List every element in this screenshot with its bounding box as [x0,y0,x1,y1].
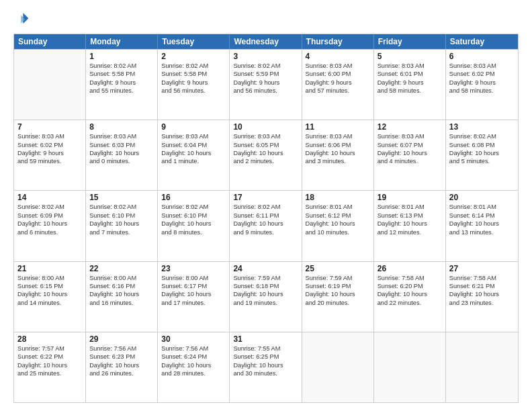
cell-info-line: Sunset: 6:16 PM [89,282,154,290]
cell-info-line: and 5 minutes. [449,157,515,165]
day-number: 18 [306,193,370,202]
cell-info-line: Sunset: 6:15 PM [17,282,82,290]
day-number: 20 [449,193,515,202]
cell-info-line: Sunrise: 7:56 AM [89,345,154,353]
cal-cell-day-12: 12Sunrise: 8:03 AMSunset: 6:07 PMDayligh… [374,120,446,190]
cal-cell-day-26: 26Sunrise: 7:58 AMSunset: 6:20 PMDayligh… [374,262,446,332]
cal-cell-day-23: 23Sunrise: 8:00 AMSunset: 6:17 PMDayligh… [158,262,230,332]
cell-info-line: Sunset: 6:11 PM [233,212,298,220]
cell-info-line: and 0 minutes. [89,157,154,165]
cell-info-line: Sunset: 6:02 PM [17,141,82,149]
cell-info-line: Daylight: 10 hours [89,149,154,157]
day-number: 19 [378,193,442,202]
header-day-friday: Friday [374,34,446,49]
cell-info-line: Sunset: 6:25 PM [233,353,298,361]
cell-info-line: and 20 minutes. [306,299,370,307]
cell-info-line: and 2 minutes. [233,157,298,165]
cal-cell-day-13: 13Sunrise: 8:02 AMSunset: 6:08 PMDayligh… [446,120,518,190]
day-number: 16 [161,193,226,202]
cell-info-line: Sunrise: 7:55 AM [233,345,298,353]
cell-info-line: Sunrise: 8:00 AM [17,274,82,282]
cal-cell-day-18: 18Sunrise: 8:01 AMSunset: 6:12 PMDayligh… [302,191,374,261]
cell-info-line: Daylight: 10 hours [89,361,154,369]
cell-info-line: and 14 minutes. [17,299,82,307]
cell-info-line: Daylight: 10 hours [306,220,370,228]
cell-info-line: Sunset: 6:00 PM [306,70,370,78]
cell-info-line: Sunrise: 8:00 AM [89,274,154,282]
cell-info-line: Sunrise: 7:58 AM [449,274,515,282]
day-number: 24 [233,264,298,273]
calendar-body: 1Sunrise: 8:02 AMSunset: 5:58 PMDaylight… [14,49,518,402]
cell-info-line: and 4 minutes. [378,157,442,165]
cell-info-line: Sunset: 6:07 PM [378,141,442,149]
header-day-sunday: Sunday [14,34,86,49]
day-number: 26 [378,264,442,273]
day-number: 4 [306,52,370,61]
cal-cell-day-22: 22Sunrise: 8:00 AMSunset: 6:16 PMDayligh… [86,262,158,332]
cell-info-line: and 57 minutes. [306,87,370,95]
cell-info-line: and 58 minutes. [378,87,442,95]
cell-info-line: Sunrise: 8:02 AM [233,62,298,70]
day-number: 5 [378,52,442,61]
cell-info-line: Daylight: 10 hours [161,149,226,157]
cell-info-line: Sunrise: 8:02 AM [89,203,154,211]
cal-cell-day-29: 29Sunrise: 7:56 AMSunset: 6:23 PMDayligh… [86,332,158,402]
cal-cell-day-1: 1Sunrise: 8:02 AMSunset: 5:58 PMDaylight… [86,50,158,120]
header-day-tuesday: Tuesday [158,34,230,49]
day-number: 31 [233,334,298,344]
cell-info-line: Sunset: 6:24 PM [161,353,226,361]
cell-info-line: Sunrise: 8:03 AM [378,132,442,140]
cell-info-line: Sunset: 6:09 PM [17,212,82,220]
day-number: 21 [17,264,82,273]
cell-info-line: Sunset: 6:02 PM [449,70,515,78]
cal-cell-day-3: 3Sunrise: 8:02 AMSunset: 5:59 PMDaylight… [230,50,302,120]
cell-info-line: Sunrise: 7:57 AM [17,345,82,353]
cell-info-line: and 8 minutes. [161,228,226,236]
cell-info-line: Sunrise: 8:03 AM [306,62,370,70]
cell-info-line: and 30 minutes. [233,369,298,377]
cell-info-line: Sunset: 6:10 PM [89,212,154,220]
cell-info-line: Sunrise: 8:03 AM [378,62,442,70]
cell-info-line: and 56 minutes. [161,87,226,95]
cal-cell-day-20: 20Sunrise: 8:01 AMSunset: 6:14 PMDayligh… [446,191,518,261]
cal-cell-day-25: 25Sunrise: 7:59 AMSunset: 6:19 PMDayligh… [302,262,374,332]
cell-info-line: Daylight: 9 hours [161,79,226,87]
header [13,11,519,27]
cell-info-line: Sunset: 6:20 PM [378,282,442,290]
cal-cell-day-27: 27Sunrise: 7:58 AMSunset: 6:21 PMDayligh… [446,262,518,332]
cell-info-line: and 9 minutes. [233,228,298,236]
cell-info-line: Daylight: 10 hours [233,290,298,298]
cell-info-line: and 7 minutes. [89,228,154,236]
calendar-row-3: 14Sunrise: 8:02 AMSunset: 6:09 PMDayligh… [14,190,518,261]
day-number: 29 [89,334,154,344]
cell-info-line: Sunset: 6:08 PM [449,141,515,149]
cal-cell-day-4: 4Sunrise: 8:03 AMSunset: 6:00 PMDaylight… [302,50,374,120]
cell-info-line: and 12 minutes. [378,228,442,236]
cell-info-line: Sunset: 5:58 PM [89,70,154,78]
cell-info-line: Sunrise: 8:03 AM [17,132,82,140]
cell-info-line: Sunset: 6:14 PM [449,212,515,220]
cell-info-line: Daylight: 10 hours [378,220,442,228]
cell-info-line: Daylight: 10 hours [378,149,442,157]
cell-info-line: Sunset: 6:13 PM [378,212,442,220]
cell-info-line: Sunset: 6:01 PM [378,70,442,78]
logo-icon [13,11,30,27]
cell-info-line: Daylight: 10 hours [89,290,154,298]
day-number: 1 [89,52,154,61]
cell-info-line: and 28 minutes. [161,369,226,377]
day-number: 22 [89,264,154,273]
cell-info-line: Sunrise: 8:03 AM [306,132,370,140]
cell-info-line: Sunrise: 8:01 AM [306,203,370,211]
day-number: 6 [449,52,515,61]
cell-info-line: Sunset: 6:12 PM [306,212,370,220]
cell-info-line: Daylight: 10 hours [161,220,226,228]
cell-info-line: Daylight: 9 hours [233,79,298,87]
calendar-row-1: 1Sunrise: 8:02 AMSunset: 5:58 PMDaylight… [14,49,518,120]
cell-info-line: Sunrise: 7:59 AM [233,274,298,282]
cal-cell-day-30: 30Sunrise: 7:56 AMSunset: 6:24 PMDayligh… [158,332,230,402]
cell-info-line: Daylight: 10 hours [449,220,515,228]
cell-info-line: Daylight: 9 hours [89,79,154,87]
header-day-wednesday: Wednesday [230,34,302,49]
cell-info-line: Daylight: 10 hours [17,290,82,298]
cell-info-line: Sunset: 5:59 PM [233,70,298,78]
